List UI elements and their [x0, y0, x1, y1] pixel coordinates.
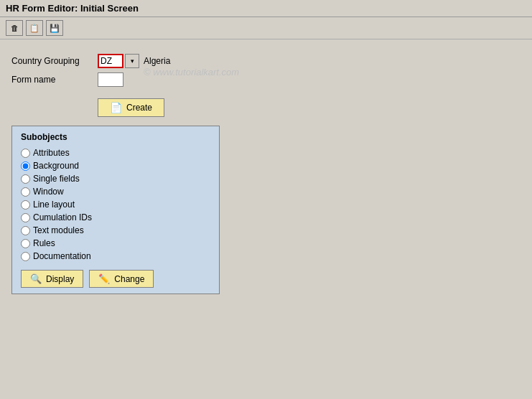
radio-rules[interactable]: Rules	[21, 238, 210, 248]
display-button-label: Display	[46, 274, 74, 284]
radio-line-layout-input[interactable]	[21, 200, 30, 210]
radio-background[interactable]: Background	[21, 161, 210, 171]
radio-background-input[interactable]	[21, 161, 30, 171]
radio-rules-input[interactable]	[21, 239, 30, 248]
display-icon: 🔍	[30, 273, 42, 284]
radio-cumulation-ids-input[interactable]	[21, 213, 30, 222]
radio-single-fields-input[interactable]	[21, 174, 30, 184]
subobjects-panel: Subobjects Attributes Background Single …	[11, 126, 220, 294]
subobjects-buttons: 🔍 Display ✏️ Change	[21, 270, 210, 288]
main-content: Country Grouping ▾ Algeria Form name 📄 C…	[0, 39, 532, 309]
radio-line-layout-label: Line layout	[33, 200, 75, 210]
change-button-label: Change	[114, 274, 144, 284]
subobjects-title: Subobjects	[21, 132, 210, 142]
create-doc-icon: 📄	[110, 102, 122, 113]
change-button[interactable]: ✏️ Change	[89, 270, 154, 288]
create-button-label: Create	[126, 103, 152, 113]
toolbar: 🗑 📋 💾	[0, 17, 532, 39]
radio-cumulation-ids-label: Cumulation IDs	[33, 212, 92, 222]
form-name-row: Form name	[11, 72, 521, 87]
radio-documentation-input[interactable]	[21, 252, 30, 261]
radio-attributes[interactable]: Attributes	[21, 148, 210, 158]
title-bar: HR Form Editor: Initial Screen	[0, 0, 532, 17]
form-name-input[interactable]	[98, 72, 123, 87]
radio-text-modules-label: Text modules	[33, 225, 84, 235]
display-button[interactable]: 🔍 Display	[21, 270, 83, 288]
radio-cumulation-ids[interactable]: Cumulation IDs	[21, 212, 210, 222]
window-title: HR Form Editor: Initial Screen	[6, 3, 139, 14]
radio-attributes-label: Attributes	[33, 148, 70, 158]
create-button-row: 📄 Create	[98, 98, 521, 117]
radio-single-fields[interactable]: Single fields	[21, 174, 210, 184]
form-name-label: Form name	[11, 75, 98, 85]
country-grouping-label: Country Grouping	[11, 56, 98, 66]
radio-documentation-label: Documentation	[33, 251, 91, 261]
radio-window[interactable]: Window	[21, 187, 210, 197]
radio-text-modules[interactable]: Text modules	[21, 225, 210, 235]
subobjects-radio-group: Attributes Background Single fields Wind…	[21, 148, 210, 261]
radio-background-label: Background	[33, 161, 79, 171]
country-grouping-browse-button[interactable]: ▾	[125, 54, 139, 68]
create-button[interactable]: 📄 Create	[98, 98, 164, 117]
radio-window-input[interactable]	[21, 187, 30, 197]
country-grouping-row: Country Grouping ▾ Algeria	[11, 54, 521, 68]
radio-documentation[interactable]: Documentation	[21, 251, 210, 261]
form-section: Country Grouping ▾ Algeria Form name	[11, 54, 521, 87]
change-icon: ✏️	[98, 273, 110, 284]
radio-single-fields-label: Single fields	[33, 174, 80, 184]
radio-text-modules-input[interactable]	[21, 226, 30, 235]
country-grouping-input[interactable]	[98, 54, 123, 68]
radio-attributes-input[interactable]	[21, 149, 30, 158]
radio-rules-label: Rules	[33, 238, 55, 248]
delete-button[interactable]: 🗑	[6, 20, 23, 36]
country-name: Algeria	[144, 56, 170, 66]
save-button[interactable]: 💾	[46, 20, 63, 36]
radio-window-label: Window	[33, 187, 64, 197]
radio-line-layout[interactable]: Line layout	[21, 200, 210, 210]
copy-button[interactable]: 📋	[26, 20, 43, 36]
